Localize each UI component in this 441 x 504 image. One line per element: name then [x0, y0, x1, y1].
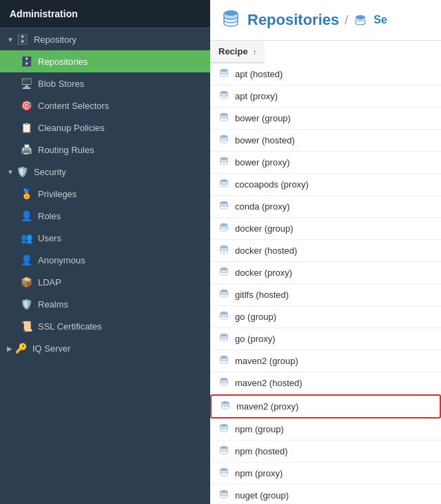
sidebar-item-content-selectors[interactable]: 🎯 Content Selectors: [0, 94, 210, 117]
iq-server-arrow: ▶: [7, 345, 12, 352]
recipe-cell: docker (group): [210, 218, 441, 240]
privileges-label: Privileges: [38, 189, 76, 199]
recipe-cell: maven2 (proxy): [210, 394, 441, 419]
recipe-text: conda (proxy): [235, 201, 289, 212]
repo-table-body: apt (hosted) apt (proxy) bower (group) b…: [210, 63, 441, 504]
recipe-text: apt (hosted): [235, 69, 283, 79]
recipe-text: npm (proxy): [235, 468, 283, 478]
realms-icon: 🛡️: [21, 299, 32, 310]
routing-rules-icon: 🖨️: [21, 144, 32, 155]
main-header: Repositories / Se: [210, 0, 441, 41]
recipe-cell: npm (proxy): [210, 463, 441, 485]
repository-section-icon: 🗄️: [17, 34, 28, 45]
row-database-icon: [218, 90, 229, 103]
recipe-cell: bower (hosted): [210, 130, 441, 152]
sidebar-item-users[interactable]: 👥 Users: [0, 227, 210, 249]
table-row[interactable]: docker (group): [210, 218, 441, 240]
row-database-icon: [218, 266, 229, 279]
sidebar-section-repository[interactable]: ▼ 🗄️ Repository: [0, 28, 210, 50]
row-database-icon: [220, 400, 231, 413]
row-database-icon: [218, 200, 229, 213]
sidebar-section-security[interactable]: ▼ 🛡️ Security: [0, 161, 210, 183]
row-database-icon: [218, 376, 229, 390]
recipe-text: apt (proxy): [235, 91, 278, 101]
table-row[interactable]: bower (hosted): [210, 130, 441, 152]
table-row[interactable]: gitlfs (hosted): [210, 284, 441, 306]
sidebar-item-privileges[interactable]: 🏅 Privileges: [0, 183, 210, 205]
row-database-icon: [218, 354, 229, 367]
ssl-certificates-icon: 📜: [21, 321, 32, 332]
recipe-text: maven2 (proxy): [236, 401, 298, 412]
repository-section-label: Repository: [34, 34, 76, 45]
table-row[interactable]: maven2 (group): [210, 350, 441, 372]
sidebar-item-roles[interactable]: 👤 Roles: [0, 205, 210, 227]
recipe-cell: cocoapods (proxy): [210, 174, 441, 196]
table-row[interactable]: apt (proxy): [210, 85, 441, 108]
table-row[interactable]: npm (hosted): [210, 441, 441, 463]
sidebar-item-anonymous[interactable]: 👤 Anonymous: [0, 249, 210, 271]
content-selectors-icon: 🎯: [21, 100, 32, 111]
table-row[interactable]: maven2 (hosted): [210, 372, 441, 394]
sidebar-item-repositories[interactable]: 🗄️ Repositories: [0, 50, 210, 72]
recipe-text: bower (group): [235, 113, 291, 123]
anonymous-label: Anonymous: [38, 255, 85, 265]
row-database-icon: [218, 467, 229, 480]
recipe-text: docker (hosted): [235, 245, 297, 256]
table-row[interactable]: bower (proxy): [210, 152, 441, 174]
recipe-cell: apt (proxy): [210, 85, 441, 108]
recipe-cell: maven2 (hosted): [210, 372, 441, 394]
row-database-icon: [218, 310, 229, 323]
blob-stores-label: Blob Stores: [38, 79, 84, 89]
privileges-icon: 🏅: [21, 188, 32, 199]
row-database-icon: [218, 244, 229, 257]
table-row[interactable]: npm (proxy): [210, 463, 441, 485]
ssl-certificates-label: SSL Certificates: [38, 321, 102, 332]
sidebar-item-cleanup-policies[interactable]: 📋 Cleanup Policies: [0, 117, 210, 139]
repositories-icon: 🗄️: [21, 56, 32, 67]
sidebar-item-ssl-certificates[interactable]: 📜 SSL Certificates: [0, 315, 210, 337]
table-row[interactable]: docker (proxy): [210, 262, 441, 284]
sidebar-item-blob-stores[interactable]: 🖥️ Blob Stores: [0, 72, 210, 94]
recipe-cell: bower (proxy): [210, 152, 441, 174]
table-row[interactable]: docker (hosted): [210, 240, 441, 262]
blob-stores-icon: 🖥️: [21, 78, 32, 89]
row-database-icon: [218, 288, 229, 301]
table-header-row: Recipe ↑: [210, 41, 441, 63]
recipe-column-header[interactable]: Recipe ↑: [210, 41, 265, 63]
table-row[interactable]: apt (hosted): [210, 63, 441, 85]
row-database-icon: [218, 332, 229, 345]
table-row[interactable]: maven2 (proxy): [210, 394, 441, 419]
sidebar-item-routing-rules[interactable]: 🖨️ Routing Rules: [0, 139, 210, 161]
row-database-icon: [218, 112, 229, 125]
repositories-table-container[interactable]: Recipe ↑ apt (hosted) apt (proxy) bower …: [210, 41, 441, 504]
table-row[interactable]: cocoapods (proxy): [210, 174, 441, 196]
sidebar-item-realms[interactable]: 🛡️ Realms: [0, 293, 210, 315]
recipe-cell: npm (hosted): [210, 441, 441, 463]
recipe-text: maven2 (group): [235, 356, 298, 366]
realms-label: Realms: [38, 299, 68, 310]
recipe-cell: gitlfs (hosted): [210, 284, 441, 306]
recipe-cell: maven2 (group): [210, 350, 441, 372]
table-row[interactable]: bower (group): [210, 108, 441, 130]
table-row[interactable]: go (proxy): [210, 328, 441, 350]
content-selectors-label: Content Selectors: [38, 101, 109, 111]
sidebar-section-iq-server[interactable]: ▶ 🔑 IQ Server: [0, 337, 210, 359]
repositories-table: Recipe ↑ apt (hosted) apt (proxy) bower …: [210, 41, 441, 504]
anonymous-icon: 👤: [21, 254, 32, 265]
recipe-cell: go (proxy): [210, 328, 441, 350]
table-row[interactable]: conda (proxy): [210, 196, 441, 218]
repository-arrow: ▼: [7, 36, 14, 43]
breadcrumb-next: Se: [353, 12, 387, 27]
repositories-label: Repositories: [38, 57, 88, 67]
recipe-cell: npm (group): [210, 419, 441, 441]
iq-server-section-label: IQ Server: [32, 343, 71, 354]
users-label: Users: [38, 233, 61, 243]
sidebar-item-ldap[interactable]: 📦 LDAP: [0, 271, 210, 293]
table-row[interactable]: npm (group): [210, 419, 441, 441]
row-database-icon: [218, 445, 229, 458]
recipe-text: npm (group): [235, 424, 284, 434]
row-database-icon: [218, 489, 229, 502]
roles-icon: 👤: [21, 210, 32, 221]
table-row[interactable]: go (group): [210, 306, 441, 328]
table-row[interactable]: nuget (group): [210, 485, 441, 504]
